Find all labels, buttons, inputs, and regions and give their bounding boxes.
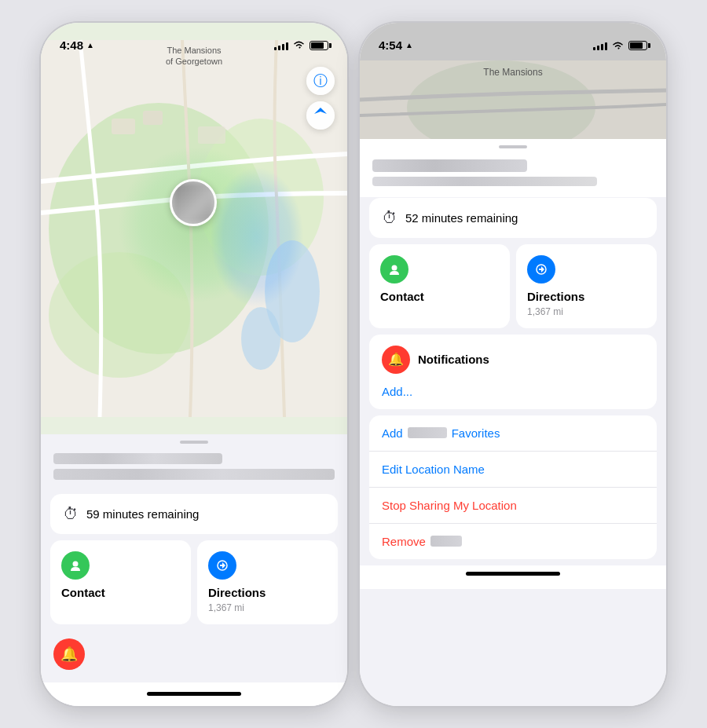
home-bar-1 bbox=[147, 692, 241, 696]
svg-rect-8 bbox=[198, 126, 225, 144]
remove-text: Remove bbox=[382, 535, 426, 548]
battery-fill-2 bbox=[630, 42, 643, 49]
svg-point-9 bbox=[73, 561, 79, 566]
remove-item[interactable]: Remove bbox=[369, 524, 657, 559]
timer-card-1: ⏱ 59 minutes remaining bbox=[50, 494, 338, 534]
bar2-2 bbox=[597, 46, 599, 50]
status-bar-1: 4:48 ▲ bbox=[41, 23, 347, 60]
notif-add-text-2: Add... bbox=[382, 385, 412, 398]
status-icons-1 bbox=[274, 39, 328, 51]
svg-rect-6 bbox=[112, 119, 135, 134]
contact-card-1[interactable]: Contact bbox=[50, 540, 191, 624]
bell-icon-1: 🔔 bbox=[60, 646, 78, 663]
contact-card-2[interactable]: Contact bbox=[369, 244, 510, 328]
home-indicator-1 bbox=[41, 682, 347, 706]
contact-icon-2 bbox=[380, 255, 408, 284]
blur-name-inline-1 bbox=[408, 427, 447, 438]
notifications-card-2: 🔔 Notifications Add... bbox=[369, 335, 657, 409]
blur-name-p2-1 bbox=[372, 159, 527, 172]
info-icon-1: ⓘ bbox=[313, 71, 328, 90]
add-favorites-item[interactable]: Add Favorites bbox=[369, 415, 657, 452]
timer-icon-1: ⏱ bbox=[63, 505, 79, 523]
home-bar-2 bbox=[466, 572, 560, 576]
location-halo-blue-1 bbox=[210, 166, 304, 308]
bar3-2 bbox=[601, 44, 603, 50]
action-row-1: Contact Directions 1,367 mi bbox=[50, 540, 338, 624]
status-bar-2: 4:54 ▲ bbox=[360, 23, 666, 60]
directions-icon-2 bbox=[527, 255, 555, 284]
avatar-section-2 bbox=[360, 152, 666, 197]
time-2: 4:54 bbox=[379, 38, 402, 52]
contact-icon-1 bbox=[61, 551, 90, 580]
location-icon-1 bbox=[313, 107, 328, 124]
signal-bars-2 bbox=[593, 41, 607, 50]
status-icons-2 bbox=[593, 38, 647, 53]
map-area-1[interactable]: The Mansions of Georgetown ⓘ bbox=[41, 23, 347, 434]
action-row-2: Contact Directions 1,367 mi bbox=[369, 244, 657, 328]
bar3 bbox=[282, 44, 284, 50]
directions-label-2: Directions bbox=[527, 290, 646, 303]
signal-bars-1 bbox=[274, 41, 288, 50]
bar4-2 bbox=[605, 42, 607, 50]
edit-location-text: Edit Location Name bbox=[382, 463, 485, 476]
svg-rect-7 bbox=[143, 111, 163, 125]
location-arrow-2: ▲ bbox=[405, 41, 413, 49]
battery-2 bbox=[628, 41, 647, 50]
notif-add-link-2[interactable]: Add... bbox=[382, 382, 644, 398]
directions-label-1: Directions bbox=[208, 586, 327, 599]
map-label-text-2: The Mansions bbox=[483, 67, 542, 78]
wifi-icon-2 bbox=[612, 38, 624, 53]
blur-name-inline-2 bbox=[430, 536, 462, 547]
battery-fill-1 bbox=[311, 42, 324, 49]
stop-sharing-item[interactable]: Stop Sharing My Location bbox=[369, 488, 657, 524]
bar1 bbox=[274, 47, 277, 50]
status-time-1: 4:48 ▲ bbox=[60, 38, 94, 52]
timer-text-2: 52 minutes remaining bbox=[405, 211, 518, 225]
bottom-content-2: ⏱ 52 minutes remaining Contact bbox=[360, 139, 666, 706]
timer-text-1: 59 minutes remaining bbox=[86, 507, 199, 521]
info-button-1[interactable]: ⓘ bbox=[306, 67, 335, 95]
avatar-blurred-1 bbox=[172, 181, 214, 224]
timer-card-2: ⏱ 52 minutes remaining bbox=[369, 198, 657, 238]
phone-2: 4:54 ▲ bbox=[360, 23, 666, 706]
notif-bell-icon-2: 🔔 bbox=[382, 346, 410, 374]
sheet-handle-2 bbox=[360, 139, 666, 152]
bell-circle-1[interactable]: 🔔 bbox=[53, 638, 85, 670]
status-time-2: 4:54 ▲ bbox=[379, 38, 413, 52]
time-1: 4:48 bbox=[60, 38, 83, 52]
sheet-handle-1 bbox=[41, 434, 347, 447]
blur-name-line2 bbox=[53, 469, 335, 480]
svg-point-5 bbox=[241, 307, 280, 370]
directions-card-2[interactable]: Directions 1,367 mi bbox=[516, 244, 657, 328]
handle-bar-2 bbox=[499, 145, 527, 148]
add-favorites-text: Add bbox=[382, 426, 403, 440]
map-label-2: The Mansions bbox=[483, 67, 542, 78]
directions-dist-2: 1,367 mi bbox=[527, 306, 646, 317]
bar4 bbox=[286, 42, 288, 50]
home-indicator-2 bbox=[360, 565, 666, 589]
handle-bar-1 bbox=[180, 441, 208, 444]
timer-icon-2: ⏱ bbox=[382, 209, 397, 227]
action-list-2: Add Favorites Edit Location Name Stop Sh… bbox=[369, 415, 657, 559]
contact-label-1: Contact bbox=[61, 586, 180, 599]
notif-header-2: 🔔 Notifications bbox=[382, 346, 644, 374]
wifi-icon-1 bbox=[293, 39, 305, 51]
contact-label-2: Contact bbox=[380, 290, 499, 303]
map-area-2[interactable]: The Mansions bbox=[360, 60, 666, 139]
notif-label-2: Notifications bbox=[418, 353, 489, 366]
edit-location-item[interactable]: Edit Location Name bbox=[369, 452, 657, 488]
favorites-word-text: Favorites bbox=[452, 426, 500, 440]
bottom-sheet-1: ⏱ 59 minutes remaining Contact bbox=[41, 434, 347, 706]
battery-1 bbox=[310, 41, 328, 50]
avatar-pin-1 bbox=[170, 179, 217, 226]
bell-icon-notif-2: 🔔 bbox=[388, 352, 404, 367]
blur-name-line1 bbox=[53, 453, 222, 464]
location-button-1[interactable] bbox=[306, 101, 335, 130]
blurred-name-area-1 bbox=[41, 447, 347, 494]
bar2 bbox=[278, 46, 280, 50]
stop-sharing-text: Stop Sharing My Location bbox=[382, 499, 517, 512]
directions-icon-1 bbox=[208, 551, 236, 580]
directions-card-1[interactable]: Directions 1,367 mi bbox=[197, 540, 338, 624]
svg-point-13 bbox=[392, 265, 397, 270]
bottom-bell-1: 🔔 bbox=[41, 631, 347, 682]
